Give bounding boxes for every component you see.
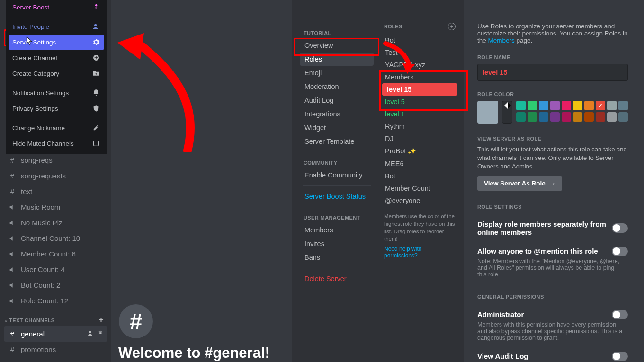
color-swatch[interactable] <box>516 101 526 110</box>
color-swatch[interactable] <box>516 112 526 122</box>
roles-help-link[interactable]: Need help with permissions? <box>380 243 459 262</box>
color-swatch[interactable] <box>596 101 605 110</box>
nav-audit-log[interactable]: Audit Log <box>300 94 374 107</box>
color-swatch[interactable] <box>618 101 628 110</box>
add-channel-icon[interactable]: + <box>98 315 104 325</box>
color-swatch[interactable] <box>573 101 582 110</box>
view-as-role-label: VIEW SERVER AS ROLE <box>477 136 628 141</box>
channel-text[interactable]: #text <box>0 184 111 199</box>
add-role-icon[interactable]: + <box>448 23 456 30</box>
role-item[interactable]: ProBot ✨ <box>380 145 459 158</box>
color-swatch[interactable] <box>607 101 617 110</box>
perm-allow-mention-toggle[interactable] <box>612 247 628 256</box>
create-channel-item[interactable]: Create Channel <box>9 50 104 65</box>
role-item[interactable]: YAGPDB.xyz <box>380 59 459 71</box>
channel-member-count[interactable]: Member Count: 6 <box>0 246 111 262</box>
color-swatch[interactable] <box>528 112 537 122</box>
color-swatch[interactable] <box>528 101 537 110</box>
default-color-swatch[interactable] <box>477 101 498 124</box>
nav-emoji[interactable]: Emoji <box>300 66 374 79</box>
nav-enable-community[interactable]: Enable Community <box>300 168 374 182</box>
role-item[interactable]: Bot <box>380 170 459 182</box>
color-swatch[interactable] <box>573 112 582 122</box>
notification-settings-item[interactable]: Notification Settings <box>9 85 104 100</box>
invite-icon[interactable] <box>88 330 94 338</box>
privacy-settings-item[interactable]: Privacy Settings <box>9 101 104 116</box>
change-nickname-item[interactable]: Change Nickname <box>9 120 104 135</box>
role-item[interactable]: Rythm <box>380 120 459 132</box>
speaker-icon <box>8 282 17 289</box>
nav-roles[interactable]: Roles <box>300 53 374 66</box>
roles-note: Members use the color of the highest rol… <box>380 207 459 243</box>
channel-channel-count[interactable]: Channel Count: 10 <box>0 230 111 246</box>
role-item[interactable]: Bot <box>380 34 459 46</box>
color-swatch[interactable] <box>562 112 571 122</box>
channel-promotions[interactable]: #promotions <box>0 342 111 357</box>
role-item[interactable]: level 1 <box>380 108 459 120</box>
color-picker-swatch[interactable] <box>502 101 512 124</box>
create-category-item[interactable]: Create Category <box>9 66 104 81</box>
color-swatch[interactable] <box>539 112 548 122</box>
channel-song-requests[interactable]: #song-requests <box>0 168 111 184</box>
role-item[interactable]: MEE6 <box>380 158 459 170</box>
roles-header-label: ROLES <box>384 24 402 29</box>
channel-bot-count[interactable]: Bot Count: 2 <box>0 277 111 293</box>
nav-invites[interactable]: Invites <box>300 237 374 250</box>
role-item[interactable]: Member Count <box>380 182 459 194</box>
color-swatch[interactable] <box>562 101 571 110</box>
nav-bans[interactable]: Bans <box>300 251 374 264</box>
channel-user-count[interactable]: User Count: 4 <box>0 262 111 277</box>
color-swatch[interactable] <box>539 101 548 110</box>
color-swatch[interactable] <box>584 112 594 122</box>
nav-widget[interactable]: Widget <box>300 121 374 134</box>
roles-list-column: ROLES + BotTestYAGPDB.xyzMemberslevel 15… <box>378 0 464 362</box>
nav-moderation[interactable]: Moderation <box>300 80 374 93</box>
role-editor: Use Roles to organize your server member… <box>464 0 644 362</box>
color-swatch[interactable] <box>550 101 560 110</box>
channel-song-reqs[interactable]: #song-reqs <box>0 152 111 168</box>
color-swatch[interactable] <box>596 112 605 122</box>
role-item[interactable]: Members <box>380 71 459 83</box>
welcome-heading: Welcome to #general! <box>118 344 270 362</box>
category-header-text-channels[interactable]: ⌄ TEXT CHANNELS + <box>0 309 111 326</box>
settings-category-tutorial: TUTORIAL <box>304 30 374 36</box>
nav-server-template[interactable]: Server Template <box>300 135 374 148</box>
hide-muted-item[interactable]: Hide Muted Channels <box>9 136 104 151</box>
nav-overview[interactable]: Overview <box>300 39 374 52</box>
settings-nav: TUTORIAL Overview Roles Emoji Moderation… <box>292 0 378 362</box>
channel-hash-icon: # <box>119 304 153 338</box>
view-server-as-role-button[interactable]: View Server As Role → <box>477 176 562 191</box>
speaker-icon <box>8 297 17 305</box>
perm-admin-toggle[interactable] <box>612 310 628 319</box>
perm-audit-toggle[interactable] <box>612 352 628 361</box>
role-item[interactable]: Test <box>380 46 459 59</box>
perm-display-separately-toggle[interactable] <box>612 223 628 233</box>
server-settings-item[interactable]: Server Settings <box>9 35 104 50</box>
members-link[interactable]: Members <box>488 37 515 44</box>
perm-audit-title: View Audit Log <box>477 352 528 360</box>
nav-members[interactable]: Members <box>300 223 374 237</box>
role-name-input[interactable] <box>477 64 628 81</box>
invite-people-item[interactable]: Invite People <box>9 19 104 34</box>
channel-music-room[interactable]: Music Room <box>0 199 111 215</box>
channel-role-count[interactable]: Role Count: 12 <box>0 293 111 309</box>
hash-icon: # <box>8 187 17 195</box>
pencil-icon <box>92 124 100 132</box>
server-boost-item[interactable]: Server Boost <box>9 0 104 15</box>
channel-general[interactable]: # general <box>4 326 107 342</box>
color-swatch[interactable] <box>550 112 560 122</box>
nav-integrations[interactable]: Integrations <box>300 107 374 121</box>
role-item[interactable]: @everyone <box>380 194 459 207</box>
gear-icon[interactable] <box>97 330 104 338</box>
channel-no-music[interactable]: No Music Plz <box>0 215 111 230</box>
role-item[interactable]: level 15 <box>382 83 457 96</box>
role-item[interactable]: level 5 <box>380 96 459 108</box>
server-context-menu: Server Boost Invite People Server Settin… <box>6 0 107 154</box>
color-swatch[interactable] <box>584 101 594 110</box>
role-item[interactable]: DJ <box>380 132 459 145</box>
color-swatch[interactable] <box>618 112 628 122</box>
nav-server-boost-status[interactable]: Server Boost Status <box>300 190 374 203</box>
color-swatch[interactable] <box>607 112 617 122</box>
nav-delete-server[interactable]: Delete Server <box>300 272 374 285</box>
settings-category-community: COMMUNITY <box>304 160 374 166</box>
